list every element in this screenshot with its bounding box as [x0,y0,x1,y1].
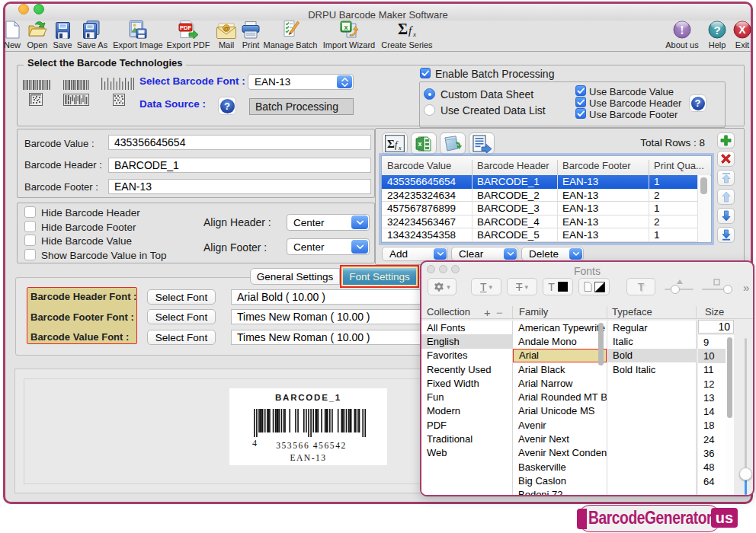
export-rows-button[interactable] [469,132,495,155]
toolbar-create-series-button[interactable]: Σ f x Create Series [373,20,441,49]
typeface-list-item[interactable]: Bold Italic [607,362,696,376]
align-footer-select[interactable]: Center [287,238,370,255]
table-row[interactable]: 435356645654 BARCODE_1 EAN-13 1 [382,175,698,189]
collection-list-item[interactable]: Fun [421,390,512,404]
tab-general-settings[interactable]: General Settings [250,268,340,285]
table-row[interactable]: 134324354358 BARCODE_5 EAN-13 1 [382,228,698,242]
table-row[interactable]: 234235324634 BARCODE_2 EAN-13 2 [382,189,698,203]
align-header-select[interactable]: Center [287,214,370,231]
collection-list[interactable]: All FontsEnglishFavoritesRecently UsedFi… [421,321,512,495]
move-bottom-button[interactable] [717,227,735,243]
family-list-item[interactable]: Arial Unicode MS [513,404,607,418]
batch-help-button[interactable]: ? [689,94,706,112]
use-created-data-list-radio[interactable] [424,104,435,116]
move-up-button[interactable] [717,189,735,205]
size-list-item[interactable]: 48 [698,461,726,474]
gear-menu-button[interactable]: ▾ [428,278,456,295]
add-collection-button[interactable]: + [484,306,491,319]
hide-barcode-footer-checkbox[interactable] [24,221,36,232]
family-list-item[interactable]: Andale Mono [513,334,607,348]
size-list-item[interactable]: 64 [698,474,726,488]
clear-button[interactable]: Clear [451,247,518,261]
use-barcode-value-checkbox[interactable] [575,85,586,96]
barcode-value-input[interactable]: 435356645654 [108,135,371,150]
table-scrollbar[interactable] [697,175,710,242]
column-header-print-quantity[interactable]: Print Qua... [654,160,704,171]
table-scrollbar-thumb[interactable] [700,177,707,194]
family-list-item[interactable]: Arial Rounded MT B [513,390,607,404]
column-header-barcode-footer[interactable]: Barcode Footer [562,160,631,171]
size-list-item[interactable]: 36 [698,446,726,460]
size-list-item[interactable]: 18 [698,419,726,432]
datamatrix-barcode-2-icon[interactable] [113,94,125,106]
tab-font-settings[interactable]: Font Settings [340,265,419,288]
table-row[interactable]: 457567876899 BARCODE_3 EAN-13 1 [382,202,698,215]
collection-list-item[interactable]: English [421,334,512,348]
series-generator-button[interactable]: Σ f x [382,132,408,155]
size-scrollbar-thumb[interactable] [727,337,732,418]
select-value-font-button[interactable]: Select Font [147,330,216,345]
batch-data-table[interactable]: Barcode Value Barcode Header Barcode Foo… [381,155,712,243]
shadow-radius-slider[interactable] [701,279,733,295]
move-top-button[interactable] [717,170,735,186]
shadow-opacity-slider[interactable] [664,279,694,295]
collection-list-item[interactable]: Favorites [421,349,512,362]
size-input[interactable]: 10 [698,320,734,334]
size-list-item[interactable]: 10 [698,349,726,362]
show-barcode-value-in-top-checkbox[interactable] [24,249,36,260]
size-list-item[interactable]: 13 [698,391,726,404]
document-color-button[interactable] [578,278,610,295]
family-list-item[interactable]: Avenir Next [513,432,607,445]
barcode-footer-input[interactable]: EAN-13 [108,179,371,194]
linear-barcode-2-icon[interactable] [63,80,89,90]
size-slider-track[interactable] [745,338,747,480]
use-barcode-footer-checkbox[interactable] [575,108,586,119]
size-list[interactable]: 910111213141824364864 [698,335,726,495]
add-button[interactable]: Add [382,247,448,261]
underline-menu-button[interactable]: T ▾ [471,278,501,295]
size-scrollbar[interactable] [726,335,734,495]
family-list-item[interactable]: Arial Black [513,362,607,376]
data-source-value-box[interactable]: Batch Processing [249,98,354,115]
barcode-font-select[interactable]: EAN-13 [248,74,354,90]
clear-notepad-button[interactable] [440,132,466,155]
collection-list-item[interactable]: Modern [421,404,512,418]
linear-barcode-1-icon[interactable] [23,80,50,90]
datamatrix-barcode-1-icon[interactable] [29,93,43,106]
move-down-button[interactable] [717,208,735,224]
barcode-header-input[interactable]: BARCODE_1 [108,158,371,173]
column-header-barcode-value[interactable]: Barcode Value [387,160,451,171]
collection-list-item[interactable]: Traditional [421,432,512,445]
family-list-item[interactable]: American Typewrite [513,321,607,334]
column-header-barcode-header[interactable]: Barcode Header [477,160,549,171]
remove-collection-button[interactable]: − [496,306,503,319]
collection-list-item[interactable]: All Fonts [421,321,512,334]
custom-data-sheet-radio[interactable] [424,88,435,100]
size-list-item[interactable]: 12 [698,377,726,391]
hide-barcode-header-checkbox[interactable] [24,206,36,218]
size-list-item[interactable]: 9 [698,335,726,349]
typeface-list-item[interactable]: Regular [607,321,696,334]
size-list-item[interactable]: 24 [698,432,726,446]
family-list-item[interactable]: Avenir [513,418,607,432]
linear-barcode-3-icon[interactable] [101,78,134,90]
delete-row-button[interactable] [717,151,735,167]
toolbar-export-pdf-button[interactable]: PDF Export PDF [162,20,215,49]
toolbar-about-button[interactable]: ! About us [658,20,706,49]
toolbar-overflow-chevrons[interactable]: » [743,281,749,294]
family-list-item[interactable]: Baskerville [513,460,607,474]
size-slider-knob[interactable] [739,468,752,480]
family-list-item[interactable]: Bodoni 72 [513,488,607,495]
titlebar[interactable]: DRPU Barcode Maker Software [5,4,751,21]
typeface-list-item[interactable]: Italic [607,334,696,348]
text-color-button[interactable]: T [543,278,573,295]
select-footer-font-button[interactable]: Select Font [147,309,216,324]
text-shadow-button[interactable]: T [626,278,655,295]
family-list-item[interactable]: Avenir Next Conden [513,446,607,460]
typeface-list[interactable]: RegularItalicBoldBold Italic [607,321,696,495]
select-header-font-button[interactable]: Select Font [147,289,216,305]
collection-list-item[interactable]: Fixed Width [421,376,512,390]
family-list[interactable]: American TypewriteAndale MonoArialArial … [513,321,607,495]
delete-button[interactable]: Delete [521,247,584,261]
enable-batch-processing-checkbox[interactable] [420,68,431,78]
